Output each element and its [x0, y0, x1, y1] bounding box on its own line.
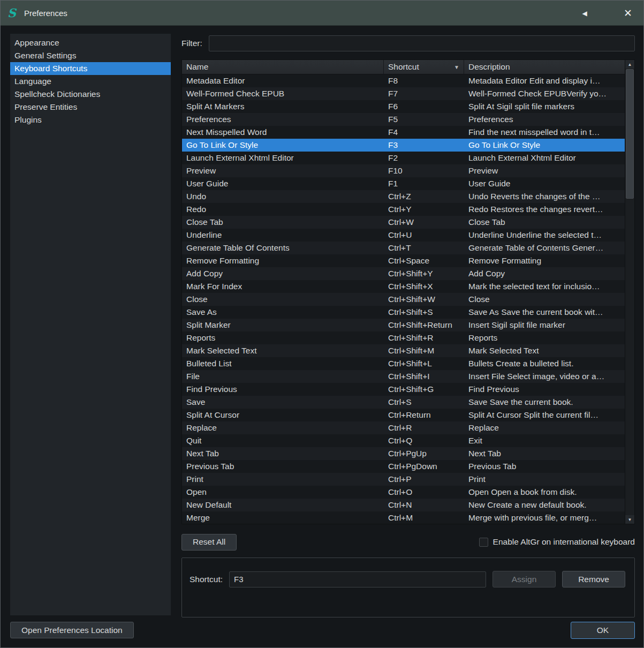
cell-name: Metadata Editor — [182, 74, 384, 87]
sidebar-item-appearance[interactable]: Appearance — [10, 36, 171, 49]
cell-name: Mark For Index — [182, 280, 384, 293]
sidebar-item-general-settings[interactable]: General Settings — [10, 49, 171, 62]
close-icon[interactable]: ✕ — [619, 1, 637, 26]
table-row[interactable]: Mark For IndexCtrl+Shift+XMark the selec… — [182, 280, 625, 293]
table-row[interactable]: ReplaceCtrl+RReplace — [182, 421, 625, 434]
table-row[interactable]: Split At CursorCtrl+ReturnSplit At Curso… — [182, 409, 625, 421]
sidebar-item-language[interactable]: Language — [10, 75, 171, 88]
table-row[interactable]: PreviewF10Preview — [182, 164, 625, 177]
cell-shortcut: Ctrl+Shift+Return — [384, 319, 464, 331]
open-preferences-location-button[interactable]: Open Preferences Location — [10, 622, 134, 638]
altgr-checkbox[interactable] — [479, 538, 488, 547]
table-row[interactable]: Save AsCtrl+Shift+SSave As Save the curr… — [182, 306, 625, 319]
table-row[interactable]: Find PreviousCtrl+Shift+GFind Previous — [182, 383, 625, 396]
cell-name: Mark Selected Text — [182, 344, 384, 357]
table-row[interactable]: Close TabCtrl+WClose Tab — [182, 216, 625, 229]
filter-input[interactable] — [209, 35, 635, 51]
cell-description: Replace — [464, 421, 625, 434]
table-row[interactable]: New DefaultCtrl+NNew Create a new defaul… — [182, 499, 625, 511]
table-row[interactable]: QuitCtrl+QExit — [182, 434, 625, 447]
shortcut-table-body: Metadata EditorF8Metadata Editor Edit an… — [182, 74, 625, 524]
cell-description: Exit — [464, 434, 625, 447]
table-row[interactable]: Add CopyCtrl+Shift+YAdd Copy — [182, 267, 625, 280]
reset-all-button[interactable]: Reset All — [181, 534, 237, 551]
table-row[interactable]: Next Misspelled WordF4Find the next miss… — [182, 126, 625, 139]
cell-shortcut: Ctrl+U — [384, 229, 464, 242]
cell-name: File — [182, 370, 384, 383]
cell-shortcut: Ctrl+Shift+S — [384, 306, 464, 319]
cell-shortcut: Ctrl+Shift+I — [384, 370, 464, 383]
sidebar-item-plugins[interactable]: Plugins — [10, 114, 171, 126]
cell-description: Remove Formatting — [464, 254, 625, 267]
table-row[interactable]: Next TabCtrl+PgUpNext Tab — [182, 447, 625, 460]
cell-shortcut: Ctrl+Shift+M — [384, 344, 464, 357]
cell-shortcut: Ctrl+M — [384, 511, 464, 524]
table-row[interactable]: SaveCtrl+SSave Save the current book. — [182, 396, 625, 409]
cell-shortcut: Ctrl+Space — [384, 254, 464, 267]
table-row[interactable]: UnderlineCtrl+UUnderline Underline the s… — [182, 229, 625, 242]
table-row[interactable]: UndoCtrl+ZUndo Reverts the changes of th… — [182, 190, 625, 203]
table-row[interactable]: Generate Table Of ContentsCtrl+TGenerate… — [182, 242, 625, 254]
cell-description: Split At Cursor Split the current fil… — [464, 409, 625, 421]
scroll-down-icon[interactable]: ▼ — [625, 515, 634, 524]
scroll-up-icon[interactable]: ▲ — [625, 60, 634, 69]
sidebar-item-spellcheck-dictionaries[interactable]: Spellcheck Dictionaries — [10, 88, 171, 101]
cell-shortcut: Ctrl+Shift+Y — [384, 267, 464, 280]
cell-shortcut: Ctrl+PgUp — [384, 447, 464, 460]
table-row[interactable]: Mark Selected TextCtrl+Shift+MMark Selec… — [182, 344, 625, 357]
table-row[interactable]: OpenCtrl+OOpen Open a book from disk. — [182, 486, 625, 499]
cell-description: Save Save the current book. — [464, 396, 625, 409]
altgr-label: Enable AltGr on international keyboard — [493, 537, 635, 547]
table-row[interactable]: Well-Formed Check EPUBF7Well-Formed Chec… — [182, 87, 625, 100]
table-row[interactable]: ReportsCtrl+Shift+RReports — [182, 331, 625, 344]
table-row[interactable]: RedoCtrl+YRedo Restores the changes reve… — [182, 203, 625, 216]
table-row[interactable]: PrintCtrl+PPrint — [182, 473, 625, 486]
table-row[interactable]: Previous TabCtrl+PgDownPrevious Tab — [182, 460, 625, 473]
table-row[interactable]: Launch External Xhtml EditorF2Launch Ext… — [182, 152, 625, 164]
cell-name: Reports — [182, 331, 384, 344]
shortcut-table: Name Shortcut ▼ Description Metadata Edi… — [181, 59, 635, 524]
cell-name: Undo — [182, 190, 384, 203]
cell-description: Merge with previous file, or merg… — [464, 511, 625, 524]
table-row[interactable]: MergeCtrl+MMerge with previous file, or … — [182, 511, 625, 524]
cell-shortcut: F6 — [384, 100, 464, 113]
ok-button[interactable]: OK — [571, 622, 635, 639]
cell-name: Replace — [182, 421, 384, 434]
shortcut-input[interactable] — [229, 571, 486, 587]
remove-button[interactable]: Remove — [562, 571, 625, 587]
preferences-dialog: { "window": { "title": "Preferences" }, … — [0, 0, 644, 648]
cell-description: Bullets Create a bulleted list. — [464, 357, 625, 370]
sidebar-item-preserve-entities[interactable]: Preserve Entities — [10, 101, 171, 114]
cell-name: Split At Cursor — [182, 409, 384, 421]
table-row[interactable]: Bulleted ListCtrl+Shift+LBullets Create … — [182, 357, 625, 370]
cell-description: Undo Reverts the changes of the … — [464, 190, 625, 203]
cell-description: Insert File Select image, video or a… — [464, 370, 625, 383]
column-header-name[interactable]: Name — [182, 60, 384, 74]
cell-name: Split At Markers — [182, 100, 384, 113]
cell-name: Find Previous — [182, 383, 384, 396]
column-header-shortcut[interactable]: Shortcut ▼ — [384, 60, 464, 74]
table-row[interactable]: PreferencesF5Preferences — [182, 113, 625, 126]
sidebar-item-keyboard-shortcuts[interactable]: Keyboard Shortcuts — [10, 62, 171, 75]
column-header-description[interactable]: Description — [464, 60, 625, 74]
scrollbar-thumb[interactable] — [626, 69, 634, 199]
collapse-icon[interactable]: ◀ — [577, 1, 593, 26]
cell-description: Reports — [464, 331, 625, 344]
table-row[interactable]: Split At MarkersF6Split At Sigil split f… — [182, 100, 625, 113]
table-row[interactable]: FileCtrl+Shift+IInsert File Select image… — [182, 370, 625, 383]
table-row[interactable]: Remove FormattingCtrl+SpaceRemove Format… — [182, 254, 625, 267]
table-row[interactable]: User GuideF1User Guide — [182, 177, 625, 190]
table-row[interactable]: Metadata EditorF8Metadata Editor Edit an… — [182, 74, 625, 87]
table-row[interactable]: Split MarkerCtrl+Shift+ReturnInsert Sigi… — [182, 319, 625, 331]
vertical-scrollbar[interactable]: ▲ ▼ — [625, 60, 634, 524]
sigil-logo-icon: S — [7, 6, 16, 20]
cell-description: Mark the selected text for inclusio… — [464, 280, 625, 293]
assign-button[interactable]: Assign — [493, 571, 556, 587]
table-row[interactable]: Go To Link Or StyleF3Go To Link Or Style — [182, 139, 625, 152]
filter-row: Filter: — [181, 35, 635, 52]
table-row[interactable]: CloseCtrl+Shift+WClose — [182, 293, 625, 306]
cell-name: Previous Tab — [182, 460, 384, 473]
cell-shortcut: F4 — [384, 126, 464, 139]
cell-shortcut: Ctrl+Y — [384, 203, 464, 216]
cell-shortcut: Ctrl+N — [384, 499, 464, 511]
